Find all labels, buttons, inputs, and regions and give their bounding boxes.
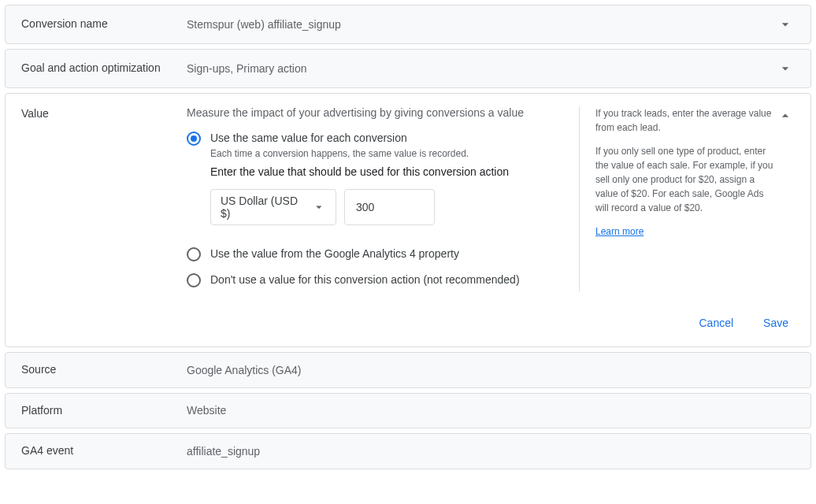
platform-header[interactable]: Platform Website	[6, 394, 810, 428]
conversion-name-header[interactable]: Conversion name Stemspur (web) affiliate…	[6, 6, 810, 43]
option-no-value[interactable]: Don't use a value for this conversion ac…	[187, 272, 563, 288]
dropdown-arrow-icon	[312, 200, 326, 214]
chevron-down-icon	[776, 59, 795, 78]
goal-action-panel[interactable]: Goal and action optimization Sign-ups, P…	[5, 49, 811, 88]
enter-value-instruction: Enter the value that should be used for …	[210, 165, 563, 178]
option-same-value[interactable]: Use the same value for each conversion E…	[187, 130, 563, 243]
value-panel: Value Measure the impact of your adverti…	[5, 93, 811, 347]
conversion-value-input[interactable]	[344, 189, 435, 225]
chevron-down-icon	[776, 15, 795, 34]
conversion-name-label: Conversion name	[21, 17, 187, 32]
option-same-value-sub: Each time a conversion happens, the same…	[210, 148, 563, 159]
option-no-value-label: Don't use a value for this conversion ac…	[210, 272, 563, 288]
radio-same-value[interactable]	[187, 132, 201, 146]
learn-more-link[interactable]: Learn more	[595, 226, 644, 237]
platform-panel[interactable]: Platform Website	[5, 393, 811, 429]
ga4-event-label: GA4 event	[21, 443, 187, 459]
radio-ga4-value[interactable]	[187, 247, 201, 261]
option-ga4-value[interactable]: Use the value from the Google Analytics …	[187, 246, 563, 262]
chevron-up-icon[interactable]	[776, 106, 795, 125]
goal-action-value: Sign-ups, Primary action	[187, 62, 776, 75]
source-panel[interactable]: Source Google Analytics (GA4)	[5, 352, 811, 388]
source-label: Source	[21, 362, 187, 378]
value-panel-actions: Cancel Save	[6, 301, 810, 346]
goal-action-label: Goal and action optimization	[21, 61, 187, 76]
conversion-name-value: Stemspur (web) affiliate_signup	[187, 18, 776, 31]
value-panel-headline: Measure the impact of your advertising b…	[187, 106, 563, 119]
option-ga4-value-label: Use the value from the Google Analytics …	[210, 246, 563, 262]
currency-select[interactable]: US Dollar (USD $)	[210, 189, 336, 225]
goal-action-header[interactable]: Goal and action optimization Sign-ups, P…	[6, 50, 810, 87]
cancel-button[interactable]: Cancel	[695, 312, 736, 334]
radio-selected-dot-icon	[191, 135, 197, 142]
save-button[interactable]: Save	[760, 312, 792, 334]
value-panel-header: Value Measure the impact of your adverti…	[6, 94, 810, 301]
currency-select-value: US Dollar (USD $)	[221, 195, 309, 220]
ga4-event-panel[interactable]: GA4 event affiliate_signup	[5, 433, 811, 469]
ga4-event-header[interactable]: GA4 event affiliate_signup	[6, 434, 810, 469]
value-help-sidebar: If you track leads, enter the average va…	[579, 106, 776, 291]
source-value: Google Analytics (GA4)	[187, 364, 795, 376]
radio-no-value[interactable]	[187, 273, 201, 287]
help-paragraph-1: If you track leads, enter the average va…	[595, 106, 776, 135]
value-panel-label: Value	[21, 106, 187, 122]
option-same-value-label: Use the same value for each conversion	[210, 130, 563, 146]
source-header[interactable]: Source Google Analytics (GA4)	[6, 353, 810, 387]
platform-value: Website	[187, 404, 795, 417]
ga4-event-value: affiliate_signup	[187, 445, 795, 458]
help-paragraph-2: If you only sell one type of product, en…	[595, 144, 776, 215]
conversion-name-panel[interactable]: Conversion name Stemspur (web) affiliate…	[5, 5, 811, 44]
value-panel-content: Measure the impact of your advertising b…	[187, 106, 579, 291]
platform-label: Platform	[21, 403, 187, 419]
